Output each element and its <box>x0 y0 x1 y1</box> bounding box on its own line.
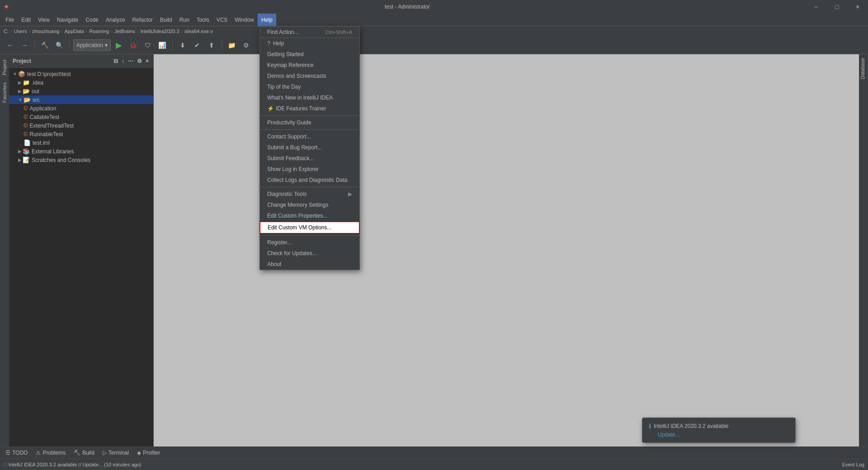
tree-label: Scratches and Consoles <box>32 157 90 163</box>
keymap-label: Keymap Reference <box>267 62 314 68</box>
tree-label: External Libraries <box>32 148 74 155</box>
menu-item-ide-trainer[interactable]: ⚡ IDE Features Trainer <box>260 103 359 114</box>
menu-item-edit-props[interactable]: Edit Custom Properties... <box>260 210 359 221</box>
expand-icon: ▶ <box>18 89 22 94</box>
menu-analyze[interactable]: Analyze <box>102 14 129 26</box>
title-bar-title: test - Administrator <box>385 4 430 10</box>
menu-window[interactable]: Window <box>231 14 258 26</box>
minimize-button[interactable]: − <box>806 0 826 14</box>
debug-button[interactable]: 🐞 <box>127 39 140 52</box>
menu-refactor[interactable]: Refactor <box>129 14 156 26</box>
menu-help[interactable]: Help <box>258 14 276 26</box>
more-options-button[interactable]: ⋯ <box>127 57 134 65</box>
menu-tools[interactable]: Tools <box>193 14 213 26</box>
menu-run[interactable]: Run <box>176 14 193 26</box>
event-log-button[interactable]: Event Log <box>842 462 864 467</box>
bottom-toolbar: ☰ TODO ⚠ Problems 🔨 Build ▷ Terminal ◈ P… <box>0 446 868 458</box>
sort-button[interactable]: ↕ <box>121 57 125 65</box>
project-tree: ▼ 📦 test D:\project\test ▶ 📁 .idea ▶ 📂 o… <box>9 68 153 456</box>
tab-profiler[interactable]: ◈ Profiler <box>133 447 164 458</box>
java-file-icon: © <box>24 114 28 120</box>
tab-build[interactable]: 🔨 Build <box>70 447 98 458</box>
tree-label: test.iml <box>33 140 50 146</box>
breadcrumb-bar: C: › Users › zhouzhuang › AppData › Roam… <box>0 26 868 36</box>
info-icon: ℹ <box>649 423 651 430</box>
forward-button[interactable]: → <box>18 39 31 52</box>
collapse-all-button[interactable]: ⊟ <box>113 57 119 65</box>
sidebar-tab-favorites[interactable]: Favorites <box>1 79 8 106</box>
menu-code[interactable]: Code <box>82 14 102 26</box>
menu-item-whats-new[interactable]: What's New in IntelliJ IDEA <box>260 92 359 103</box>
tree-item-runnabletest[interactable]: © RunnableTest <box>9 130 153 138</box>
menu-item-diagnostic-tools[interactable]: Diagnostic Tools ▶ <box>260 189 359 199</box>
menu-item-feedback[interactable]: Submit Feedback... <box>260 153 359 164</box>
tree-label: test D:\project\test <box>27 71 71 77</box>
menu-build[interactable]: Build <box>156 14 176 26</box>
menu-item-keymap[interactable]: Keymap Reference <box>260 60 359 71</box>
tree-item-extendthreadtest[interactable]: © ExtendThreadTest <box>9 121 153 130</box>
tree-item-external-libraries[interactable]: ▶ 📚 External Libraries <box>9 147 153 156</box>
module-icon: 📦 <box>18 71 25 77</box>
menu-view[interactable]: View <box>34 14 53 26</box>
todo-icon: ☰ <box>5 450 10 456</box>
sidebar-tab-database[interactable]: Database <box>859 54 866 83</box>
left-sidebar: Project Favorites <box>0 54 9 456</box>
status-icon: □ <box>4 462 7 467</box>
menu-item-register[interactable]: Register... <box>260 237 359 248</box>
menu-vcs[interactable]: VCS <box>213 14 231 26</box>
notification-update-link[interactable]: Update... <box>649 432 789 438</box>
menu-navigate[interactable]: Navigate <box>53 14 82 26</box>
run-button[interactable]: ▶ <box>113 39 125 52</box>
menu-item-contact[interactable]: Contact Support... <box>260 131 359 142</box>
settings-button[interactable]: ⚙ <box>136 57 143 65</box>
close-panel-button[interactable]: × <box>145 57 150 65</box>
maximize-button[interactable]: □ <box>826 0 847 14</box>
menu-item-tip[interactable]: Tip of the Day <box>260 81 359 92</box>
tree-item-idea[interactable]: ▶ 📁 .idea <box>9 78 153 87</box>
menu-item-bug-report[interactable]: Submit a Bug Report... <box>260 142 359 153</box>
vcs-push-button[interactable]: ⬆ <box>205 39 218 52</box>
profile-button[interactable]: 📊 <box>156 39 169 52</box>
close-button[interactable]: × <box>847 0 868 14</box>
tree-item-out[interactable]: ▶ 📂 out <box>9 87 153 95</box>
menu-item-collect-logs[interactable]: Collect Logs and Diagnostic Data <box>260 175 359 185</box>
menu-item-help[interactable]: ? Help <box>260 38 359 49</box>
tree-item-src[interactable]: ▼ 📂 src <box>9 95 153 104</box>
run-configuration-selector[interactable]: Application ▾ <box>73 39 111 51</box>
notification-popup: ℹ IntelliJ IDEA 2020.3.2 available Updat… <box>642 418 796 443</box>
back-button[interactable]: ← <box>4 39 16 52</box>
show-log-label: Show Log in Explorer <box>267 166 319 172</box>
collect-logs-label: Collect Logs and Diagnostic Data <box>267 177 347 183</box>
menu-find-action[interactable]: Find Action... Ctrl+Shift+A <box>260 27 359 38</box>
right-sidebar: Database <box>859 54 868 456</box>
menu-separator <box>260 235 359 236</box>
tree-item-test[interactable]: ▼ 📦 test D:\project\test <box>9 70 153 78</box>
menu-edit[interactable]: Edit <box>18 14 34 26</box>
menu-item-productivity[interactable]: Productivity Guide <box>260 117 359 128</box>
menu-item-edit-vm[interactable]: Edit Custom VM Options... <box>259 221 360 234</box>
menu-item-change-memory[interactable]: Change Memory Settings <box>260 199 359 210</box>
open-project-button[interactable]: 📁 <box>226 39 238 52</box>
menu-item-check-updates[interactable]: Check for Updates... <box>260 248 359 259</box>
menu-file[interactable]: File <box>2 14 18 26</box>
sidebar-tab-project[interactable]: Project <box>1 56 8 79</box>
menu-item-show-log[interactable]: Show Log in Explorer <box>260 164 359 175</box>
menu-item-about[interactable]: About <box>260 259 359 270</box>
menu-item-demos[interactable]: Demos and Screencasts <box>260 71 359 81</box>
notification-title: ℹ IntelliJ IDEA 2020.3.2 available <box>649 423 789 430</box>
tab-terminal[interactable]: ▷ Terminal <box>99 447 132 458</box>
status-text: IntelliJ IDEA 2020.3.2 available // Upda… <box>9 462 142 467</box>
tree-item-callabletest[interactable]: © CallableTest <box>9 113 153 121</box>
search-everywhere-button[interactable]: 🔍 <box>53 39 66 52</box>
tab-todo[interactable]: ☰ TODO <box>2 447 31 458</box>
tree-item-scratches[interactable]: ▶ 📝 Scratches and Consoles <box>9 156 153 164</box>
build-button[interactable]: 🔨 <box>38 39 51 52</box>
tab-problems[interactable]: ⚠ Problems <box>32 447 69 458</box>
vcs-update-button[interactable]: ⬇ <box>176 39 189 52</box>
vcs-commit-button[interactable]: ✔ <box>191 39 203 52</box>
coverage-button[interactable]: 🛡 <box>142 39 154 52</box>
tree-item-application[interactable]: © Application <box>9 104 153 113</box>
settings-button[interactable]: ⚙ <box>240 39 253 52</box>
menu-item-getting-started[interactable]: Getting Started <box>260 49 359 60</box>
tree-item-testiml[interactable]: 📄 test.iml <box>9 138 153 147</box>
